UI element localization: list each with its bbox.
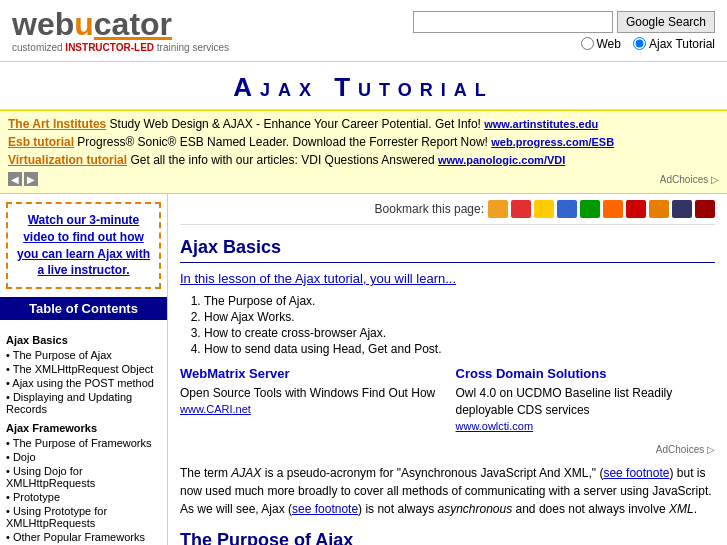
toc-link[interactable]: The XMLHttpRequest Object xyxy=(13,363,154,375)
toc-link[interactable]: The Purpose of Frameworks xyxy=(13,437,152,449)
sidebar: Watch our 3-minute video to find out how… xyxy=(0,194,168,545)
bookmark-icon-6[interactable] xyxy=(603,200,623,218)
list-item: Using Prototype for XMLHttpRequests xyxy=(6,504,161,530)
ad-col-cross-domain: Cross Domain Solutions Owl 4.0 on UCDMO … xyxy=(456,366,716,433)
bookmark-label: Bookmark this page: xyxy=(375,202,484,216)
ad-nav: ◀ ▶ AdChoices ▷ xyxy=(8,169,719,189)
ad-choices-inline: AdChoices ▷ xyxy=(656,444,715,455)
ad-bar: The Art Institutes Study Web Design & AJ… xyxy=(0,110,727,194)
list-item: The Purpose of Ajax. xyxy=(204,294,715,308)
bookmark-icon-4[interactable] xyxy=(557,200,577,218)
watch-box: Watch our 3-minute video to find out how… xyxy=(6,202,161,289)
learn-list: The Purpose of Ajax. How Ajax Works. How… xyxy=(204,294,715,356)
bookmark-bar: Bookmark this page: xyxy=(180,194,715,225)
search-row: Google Search xyxy=(413,11,715,33)
ad-url-3[interactable]: www.panologic.com/VDI xyxy=(438,154,565,166)
ad-url-2[interactable]: web.progress.com/ESB xyxy=(491,136,614,148)
radio-web-input[interactable] xyxy=(581,37,594,50)
search-area: Google Search Web Ajax Tutorial xyxy=(413,11,715,51)
toc-link[interactable]: Prototype xyxy=(13,491,60,503)
ad-text-2: Progress® Sonic® ESB Named Leader. Downl… xyxy=(77,135,488,149)
list-item: The XMLHttpRequest Object xyxy=(6,362,161,376)
toc-link[interactable]: Other Popular Frameworks xyxy=(13,531,145,543)
bookmark-icon-5[interactable] xyxy=(580,200,600,218)
footnote-link-1[interactable]: see footnote xyxy=(603,466,669,480)
ad-col-text-2: Owl 4.0 on UCDMO Baseline list Readily d… xyxy=(456,385,716,419)
toc-section-ajax-basics: Ajax Basics xyxy=(6,334,161,346)
bookmark-icon-8[interactable] xyxy=(649,200,669,218)
watch-box-link[interactable]: Watch our 3-minute video to find out how… xyxy=(17,213,150,277)
radio-web-label: Web xyxy=(597,37,621,51)
main-content: Bookmark this page: Ajax Basics In this … xyxy=(168,194,727,545)
logo-u: u xyxy=(74,6,94,42)
ad-choices-inline-row: AdChoices ▷ xyxy=(180,441,715,456)
ad-prev-button[interactable]: ◀ xyxy=(8,172,22,186)
bookmark-icon-3[interactable] xyxy=(534,200,554,218)
ad-link-2[interactable]: Esb tutorial xyxy=(8,135,74,149)
page-title: Ajax Tutorial xyxy=(0,72,727,103)
toc-content: Ajax Basics The Purpose of Ajax The XMLH… xyxy=(0,324,167,545)
toc-link[interactable]: Displaying and Updating Records xyxy=(6,391,132,415)
ad-col-title-2: Cross Domain Solutions xyxy=(456,366,716,381)
list-item: Prototype xyxy=(6,490,161,504)
logo-customized: customized xyxy=(12,42,65,53)
list-item: How to create cross-browser Ajax. xyxy=(204,326,715,340)
ad-next-button[interactable]: ▶ xyxy=(24,172,38,186)
bookmark-icon-9[interactable] xyxy=(672,200,692,218)
search-input[interactable] xyxy=(413,11,613,33)
ajax-basics-body: The term AJAX is a pseudo-acronym for "A… xyxy=(180,464,715,518)
ad-link-1[interactable]: The Art Institutes xyxy=(8,117,106,131)
ad-col-title-1: WebMatrix Server xyxy=(180,366,440,381)
ad-col-link-1[interactable]: www.CARI.net xyxy=(180,403,251,415)
ad-col-text-1: Open Source Tools with Windows Find Out … xyxy=(180,385,440,402)
ad-text-1: Study Web Design & AJAX - Enhance Your C… xyxy=(110,117,481,131)
toc-link[interactable]: Dojo xyxy=(13,451,36,463)
bookmark-icons xyxy=(488,200,715,218)
logo-cator: cator xyxy=(94,6,172,42)
section-title-ajax-basics: Ajax Basics xyxy=(180,237,715,263)
list-item: How to send data using Head, Get and Pos… xyxy=(204,342,715,356)
section-title-purpose: The Purpose of Ajax xyxy=(180,530,715,545)
list-item: Dojo xyxy=(6,450,161,464)
bookmark-icon-1[interactable] xyxy=(488,200,508,218)
logo-subtitle: customized INSTRUCTOR-LED training servi… xyxy=(12,42,229,53)
toc-link[interactable]: The Purpose of Ajax xyxy=(13,349,112,361)
radio-web[interactable]: Web xyxy=(581,37,621,51)
radio-ajax-label: Ajax Tutorial xyxy=(649,37,715,51)
toc-header: Table of Contents xyxy=(0,297,167,320)
search-button[interactable]: Google Search xyxy=(617,11,715,33)
header: webucator customized INSTRUCTOR-LED trai… xyxy=(0,0,727,62)
ad-choices: AdChoices ▷ xyxy=(660,174,719,185)
ad-col-webmatrix: WebMatrix Server Open Source Tools with … xyxy=(180,366,440,433)
bookmark-icon-7[interactable] xyxy=(626,200,646,218)
toc-link[interactable]: Using Prototype for XMLHttpRequests xyxy=(6,505,107,529)
list-item: The Purpose of Frameworks xyxy=(6,436,161,450)
logo-training: training services xyxy=(157,42,229,53)
radio-row: Web Ajax Tutorial xyxy=(581,37,716,51)
toc-list-ajax-basics: The Purpose of Ajax The XMLHttpRequest O… xyxy=(6,348,161,416)
toc-link[interactable]: Ajax using the POST method xyxy=(12,377,154,389)
bookmark-icon-2[interactable] xyxy=(511,200,531,218)
bookmark-icon-10[interactable] xyxy=(695,200,715,218)
ad-url-1[interactable]: www.artinstitutes.edu xyxy=(484,118,598,130)
logo-web: web xyxy=(12,6,74,42)
ad-line-1: The Art Institutes Study Web Design & AJ… xyxy=(8,115,719,133)
section-ajax-basics: Ajax Basics In this lesson of the Ajax t… xyxy=(180,237,715,518)
footnote-link-2[interactable]: see footnote xyxy=(292,502,358,516)
list-item: The Purpose of Ajax xyxy=(6,348,161,362)
ad-link-3[interactable]: Virtualization tutorial xyxy=(8,153,127,167)
toc-link[interactable]: Using Dojo for XMLHttpRequests xyxy=(6,465,95,489)
main-layout: Watch our 3-minute video to find out how… xyxy=(0,194,727,545)
radio-ajax[interactable]: Ajax Tutorial xyxy=(633,37,715,51)
logo: webucator xyxy=(12,8,229,40)
two-col-ads: WebMatrix Server Open Source Tools with … xyxy=(180,366,715,433)
ad-text-3: Get all the info with our articles: VDI … xyxy=(130,153,434,167)
section-purpose-ajax: The Purpose of Ajax The main purpose of … xyxy=(180,530,715,545)
page-title-bar: Ajax Tutorial xyxy=(0,62,727,110)
ad-line-2: Esb tutorial Progress® Sonic® ESB Named … xyxy=(8,133,719,151)
ad-col-link-2[interactable]: www.owlcti.com xyxy=(456,420,534,432)
logo-area: webucator customized INSTRUCTOR-LED trai… xyxy=(12,8,229,53)
subtitle-link[interactable]: In this lesson of the Ajax tutorial, you… xyxy=(180,271,456,286)
section-subtitle: In this lesson of the Ajax tutorial, you… xyxy=(180,271,715,286)
radio-ajax-input[interactable] xyxy=(633,37,646,50)
